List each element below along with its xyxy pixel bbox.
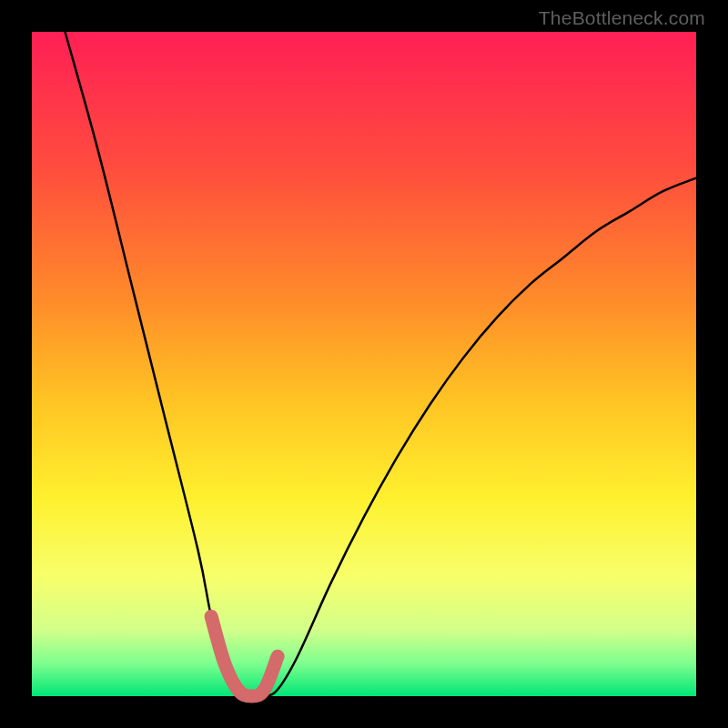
watermark: TheBottleneck.com: [539, 7, 705, 29]
chart-curve-layer: [32, 32, 696, 696]
optimal-band: [211, 616, 278, 696]
bottleneck-curve: [66, 32, 697, 697]
frame: TheBottleneck.com: [0, 0, 728, 728]
plot-area: [32, 32, 696, 696]
